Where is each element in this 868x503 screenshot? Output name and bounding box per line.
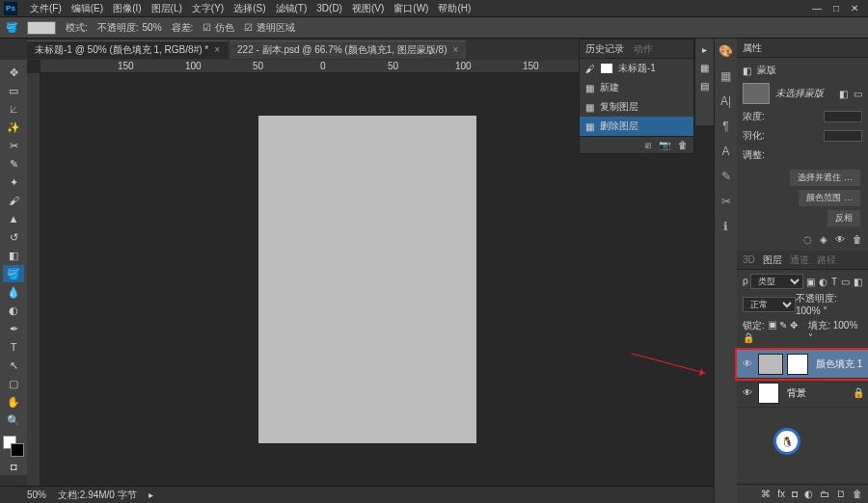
history-step[interactable]: ▦ 复制图层 [580,97,693,117]
path-tool[interactable]: ↖ [3,357,24,374]
crop-tool[interactable]: ✂ [3,137,24,154]
grid-icon[interactable]: ▤ [700,81,709,92]
history-snapshot[interactable]: 🖌 未标题-1 [580,59,693,78]
select-mask-button[interactable]: 选择并遮住 … [790,170,860,186]
actions-tab[interactable]: 动作 [634,42,653,56]
blend-mode-select[interactable]: 正常 [743,297,796,312]
brush-tool[interactable]: 🖌 [3,192,24,209]
history-camera-icon[interactable]: 📷 [659,140,670,150]
layer-name[interactable]: 背景 [787,386,806,400]
menu-edit[interactable]: 编辑(E) [67,2,108,15]
layer-name[interactable]: 颜色填充 1 [816,357,862,371]
maximize-icon[interactable]: □ [833,3,839,13]
visibility-icon[interactable]: 👁 [741,387,754,398]
history-brush-tool[interactable]: ↺ [3,228,24,246]
history-step[interactable]: ▦ 新建 [580,78,693,97]
layer-background[interactable]: 👁 背景 🔒 [737,379,868,408]
menu-view[interactable]: 视图(V) [347,2,389,15]
eraser-tool[interactable]: ◧ [3,247,24,264]
bucket-tool[interactable]: 🪣 [3,265,24,282]
menu-3d[interactable]: 3D(D) [312,3,347,13]
load-selection-icon[interactable]: ◌ [803,234,812,245]
doc-info[interactable]: 文档:2.94M/0 字节 [58,489,137,502]
layer-filter-kind[interactable]: 类型 [750,274,803,289]
strip-paragraph-icon[interactable]: ¶ [722,119,728,133]
paths-tab[interactable]: 路径 [817,253,836,267]
properties-tab[interactable]: 属性 [743,41,762,55]
adjustment-layer-icon[interactable]: ◐ [804,489,813,499]
history-trash-icon[interactable]: 🗑 [678,140,688,150]
menu-type[interactable]: 文字(Y) [187,2,229,15]
layer-opacity-value[interactable]: 100% [796,305,821,316]
hand-tool[interactable]: ✋ [3,393,24,410]
dodge-tool[interactable]: ◐ [3,302,24,319]
shape-tool[interactable]: ▢ [3,375,24,392]
minimize-icon[interactable]: — [812,3,822,13]
invert-button[interactable]: 反相 [827,210,860,226]
foreground-swatch[interactable] [27,21,56,35]
marquee-tool[interactable]: ▭ [3,82,24,99]
type-tool[interactable]: T [3,338,24,356]
zoom-level[interactable]: 50% [27,490,46,500]
history-tab[interactable]: 历史记录 [585,42,624,56]
menu-image[interactable]: 图像(I) [108,2,146,15]
layer-mask-thumbnail[interactable] [787,354,808,375]
disable-mask-icon[interactable]: 👁 [835,234,845,245]
wand-tool[interactable]: ✨ [3,119,24,136]
doc-tab-2[interactable]: 222 - 副本.psd @ 66.7% (颜色填充1, 图层蒙版/8)× [230,40,466,59]
color-range-button[interactable]: 颜色范围 … [799,190,860,206]
channels-tab[interactable]: 通道 [790,253,809,267]
layer-thumbnail[interactable] [758,354,783,375]
history-step-current[interactable]: ▦ 删除图层 [580,117,693,136]
move-tool[interactable]: ✥ [3,64,24,81]
apply-mask-icon[interactable]: ◈ [820,234,827,245]
group-icon[interactable]: 🗀 [820,489,829,499]
layer-thumbnail[interactable] [758,383,779,404]
menu-file[interactable]: 文件(F) [25,2,67,15]
fill-value[interactable]: 100% [833,320,858,331]
strip-char-styles-icon[interactable]: ✎ [721,170,731,183]
color-swatches[interactable] [3,436,24,457]
layer-color-fill[interactable]: 👁 颜色填充 1 [737,350,868,379]
strip-color-icon[interactable]: 🎨 [719,44,733,58]
history-snapshot-icon[interactable]: ⎚ [645,140,651,150]
eyedropper-tool[interactable]: ✎ [3,155,24,172]
pen-tool[interactable]: ✒ [3,320,24,337]
menu-help[interactable]: 帮助(H) [433,2,475,15]
filter-smart-icon[interactable]: ◧ [854,277,862,287]
opacity-value[interactable]: 50% [143,22,162,33]
doc-tab-1[interactable]: 未标题-1 @ 50% (颜色填充 1, RGB/8#) *× [27,40,228,59]
pixel-mask-icon[interactable]: ◧ [839,89,848,99]
strip-brush-icon[interactable]: ✂ [721,195,731,208]
antialias-check[interactable]: ☑ 仿色 [203,21,234,35]
play-icon[interactable]: ▸ [702,44,707,55]
close-tab-icon[interactable]: × [452,44,458,55]
menu-layer[interactable]: 图层(L) [147,2,187,15]
feather-input[interactable] [824,130,862,142]
filter-adjust-icon[interactable]: ◐ [819,277,827,287]
close-icon[interactable]: ✕ [851,3,858,13]
strip-character-icon[interactable]: A [721,145,729,158]
menu-select[interactable]: 选择(S) [229,2,270,15]
zoom-tool[interactable]: 🔍 [3,411,24,429]
filter-type-icon[interactable]: T [831,277,837,287]
transparent-check[interactable]: ☑ 透明区域 [244,21,295,35]
strip-text-icon[interactable]: A| [720,94,731,108]
3d-tab[interactable]: 3D [743,254,755,265]
strip-swatches-icon[interactable]: ▦ [720,69,731,83]
quickmask-tool[interactable]: ◘ [3,458,24,475]
document-canvas[interactable] [258,116,476,443]
visibility-icon[interactable]: 👁 [741,358,754,369]
blur-tool[interactable]: 💧 [3,283,24,301]
vector-mask-icon[interactable]: ▭ [854,89,862,99]
new-layer-icon[interactable]: 🗋 [836,489,846,499]
layer-fx-icon[interactable]: fx [777,489,785,499]
mask-thumbnail[interactable] [743,83,770,104]
status-chevron-icon[interactable]: ▸ [149,490,153,500]
strip-info-icon[interactable]: ℹ [723,220,728,233]
layers-tab[interactable]: 图层 [763,253,782,267]
swatches-icon[interactable]: ▦ [700,63,709,73]
delete-layer-icon[interactable]: 🗑 [853,489,862,499]
delete-mask-icon[interactable]: 🗑 [853,234,862,245]
menu-filter[interactable]: 滤镜(T) [271,2,312,15]
